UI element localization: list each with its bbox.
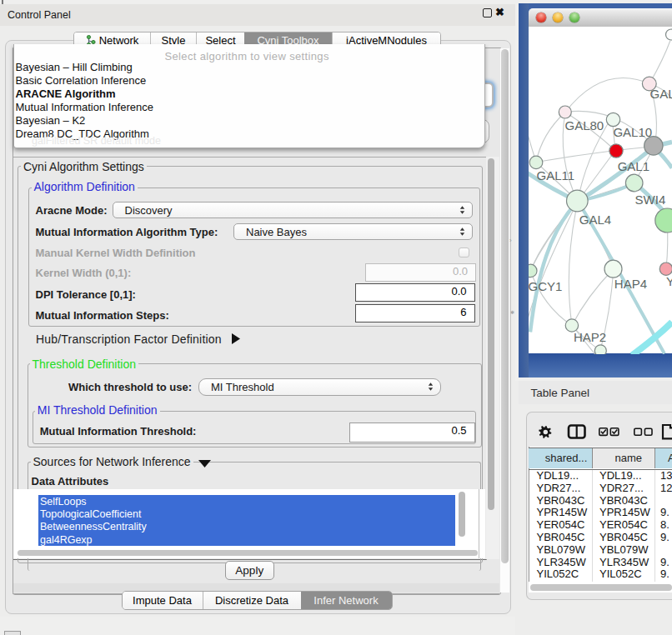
svg-text:GAL1: GAL1 (618, 158, 649, 172)
svg-text:SWI4: SWI4 (635, 192, 666, 207)
svg-text:YJ: YJ (666, 273, 672, 288)
svg-text:GAL7: GAL7 (650, 87, 672, 101)
svg-text:GAL80: GAL80 (565, 118, 604, 132)
svg-text:GAL10: GAL10 (613, 124, 652, 138)
svg-text:HAP2: HAP2 (574, 329, 606, 343)
svg-text:GAL11: GAL11 (537, 168, 575, 182)
svg-text:GCY1: GCY1 (529, 278, 562, 292)
svg-text:HAP4: HAP4 (614, 276, 647, 290)
svg-text:GAL4: GAL4 (579, 212, 611, 226)
